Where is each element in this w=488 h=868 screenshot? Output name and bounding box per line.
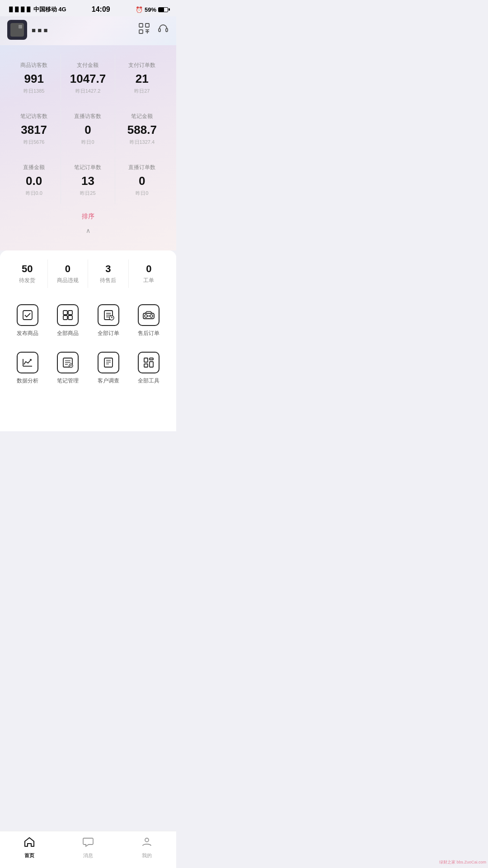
quick-stat-value-ticket: 0: [131, 263, 168, 275]
stat-value-payment-orders: 21: [119, 72, 165, 86]
svg-rect-1: [145, 24, 149, 27]
stat-label-note-amount: 笔记金额: [119, 113, 165, 120]
status-bar: ▋▋▋▋ 中国移动 4G 14:09 ⏰ 59%: [0, 0, 176, 16]
note-management-label: 笔记管理: [57, 377, 79, 385]
quick-stat-ticket[interactable]: 0 工单: [129, 259, 169, 288]
avatar[interactable]: [7, 20, 27, 40]
customer-survey-icon: [98, 352, 119, 373]
data-analytics-icon: [17, 352, 38, 373]
stat-note-orders: 笔记订单数 13 昨日25: [61, 156, 115, 204]
alarm-icon: ⏰: [136, 6, 143, 13]
stat-label-payment-amount: 支付金额: [65, 61, 111, 69]
svg-rect-10: [68, 311, 72, 315]
signal-icon: ▋▋▋▋: [8, 6, 32, 13]
battery-area: ⏰ 59%: [136, 6, 168, 13]
stat-label-live-amount: 直播金额: [11, 164, 57, 171]
stats-row-3: 直播金额 0.0 昨日0.0 笔记订单数 13 昨日25 直播订单数 0 昨日0: [7, 156, 169, 204]
quick-stats-row: 50 待发货 0 商品违规 3 待售后 0 工单: [7, 259, 169, 288]
stat-value-payment-amount: 1047.7: [65, 72, 111, 86]
icon-all-tools[interactable]: 全部工具: [129, 346, 169, 390]
svg-rect-6: [159, 28, 160, 32]
svg-rect-36: [150, 358, 153, 360]
stat-payment-orders: 支付订单数 21 昨日27: [115, 54, 169, 102]
svg-rect-31: [104, 358, 113, 367]
note-management-icon: [57, 352, 79, 373]
headset-icon[interactable]: [157, 23, 169, 37]
all-products-icon: [57, 304, 79, 326]
stat-product-visitors: 商品访客数 991 昨日1385: [7, 54, 61, 102]
svg-rect-35: [144, 358, 148, 362]
app-header: ■ ■ ■: [0, 16, 176, 45]
icon-grid-row-2: 数据分析 笔记管理: [7, 346, 169, 390]
svg-rect-2: [139, 30, 143, 33]
sort-button[interactable]: 排序: [82, 212, 94, 221]
icon-customer-survey[interactable]: 客户调查: [88, 346, 129, 390]
stat-value-live-orders: 0: [119, 174, 165, 188]
icon-all-orders[interactable]: 全部订单: [88, 299, 129, 343]
all-tools-icon: [138, 352, 160, 373]
svg-point-22: [150, 315, 153, 317]
quick-stat-value-after-sale: 3: [90, 263, 127, 275]
all-tools-label: 全部工具: [138, 377, 160, 385]
sort-button-container: 排序: [7, 208, 169, 224]
stat-payment-amount: 支付金额 1047.7 昨日1427.2: [61, 54, 115, 102]
stat-live-orders: 直播订单数 0 昨日0: [115, 156, 169, 204]
battery-fill: [159, 8, 164, 12]
svg-rect-8: [23, 311, 32, 320]
stat-note-visitors: 笔记访客数 3817 昨日5676: [7, 105, 61, 153]
main-background: ■ ■ ■: [0, 16, 176, 250]
stat-label-note-orders: 笔记订单数: [65, 164, 111, 171]
stat-value-note-visitors: 3817: [11, 123, 57, 137]
header-left: ■ ■ ■: [7, 20, 48, 40]
svg-rect-12: [68, 316, 72, 320]
stat-yesterday-live-amount: 昨日0.0: [11, 190, 57, 197]
icon-note-management[interactable]: 笔记管理: [48, 346, 89, 390]
svg-rect-9: [63, 311, 67, 315]
quick-stat-label-ticket: 工单: [131, 277, 168, 284]
stat-label-payment-orders: 支付订单数: [119, 61, 165, 69]
stat-yesterday-note-visitors: 昨日5676: [11, 139, 57, 146]
stat-yesterday-product-visitors: 昨日1385: [11, 88, 57, 94]
quick-stat-violation[interactable]: 0 商品违规: [48, 259, 89, 288]
stat-live-amount: 直播金额 0.0 昨日0.0: [7, 156, 61, 204]
collapse-arrow[interactable]: ∧: [7, 224, 169, 241]
icon-data-analytics[interactable]: 数据分析: [7, 346, 48, 390]
stat-value-note-orders: 13: [65, 174, 111, 188]
stat-note-amount: 笔记金额 588.7 昨日1327.4: [115, 105, 169, 153]
svg-rect-38: [144, 364, 148, 367]
svg-rect-0: [139, 24, 143, 27]
quick-stat-value-pending-ship: 50: [9, 263, 46, 275]
quick-stat-label-after-sale: 待售后: [90, 277, 127, 284]
all-products-label: 全部商品: [57, 330, 79, 337]
icon-grid-row-1: 发布商品 全部商品: [7, 299, 169, 343]
stats-row-2: 笔记访客数 3817 昨日5676 直播访客数 0 昨日0 笔记金额 588.7…: [7, 105, 169, 153]
battery-percent: 59%: [145, 6, 156, 13]
clock: 14:09: [92, 5, 110, 14]
quick-stat-pending-ship[interactable]: 50 待发货: [7, 259, 48, 288]
carrier-info: ▋▋▋▋ 中国移动 4G: [8, 5, 66, 14]
stat-yesterday-note-orders: 昨日25: [65, 190, 111, 197]
stat-label-product-visitors: 商品访客数: [11, 61, 57, 69]
stats-section: 商品访客数 991 昨日1385 支付金额 1047.7 昨日1427.2 支付…: [0, 45, 176, 241]
stat-value-live-amount: 0.0: [11, 174, 57, 188]
icon-all-products[interactable]: 全部商品: [48, 299, 89, 343]
white-card: 50 待发货 0 商品违规 3 待售后 0 工单 发布商品: [0, 250, 176, 431]
svg-rect-7: [166, 28, 168, 32]
stat-value-note-amount: 588.7: [119, 123, 165, 137]
stat-value-product-visitors: 991: [11, 72, 57, 86]
after-sale-orders-icon: [138, 304, 160, 326]
svg-point-21: [145, 315, 147, 317]
stat-label-live-visitors: 直播访客数: [65, 113, 111, 120]
all-orders-label: 全部订单: [98, 330, 119, 337]
stat-label-live-orders: 直播订单数: [119, 164, 165, 171]
icon-after-sale-orders[interactable]: 售后订单: [129, 299, 169, 343]
stat-label-note-visitors: 笔记访客数: [11, 113, 57, 120]
icon-publish-product[interactable]: 发布商品: [7, 299, 48, 343]
shop-name: ■ ■ ■: [32, 26, 48, 34]
stat-yesterday-live-orders: 昨日0: [119, 190, 165, 197]
quick-stat-after-sale[interactable]: 3 待售后: [88, 259, 129, 288]
stat-live-visitors: 直播访客数 0 昨日0: [61, 105, 115, 153]
customer-survey-label: 客户调查: [98, 377, 119, 385]
scan-icon[interactable]: [138, 23, 150, 37]
stat-yesterday-payment-orders: 昨日27: [119, 88, 165, 94]
